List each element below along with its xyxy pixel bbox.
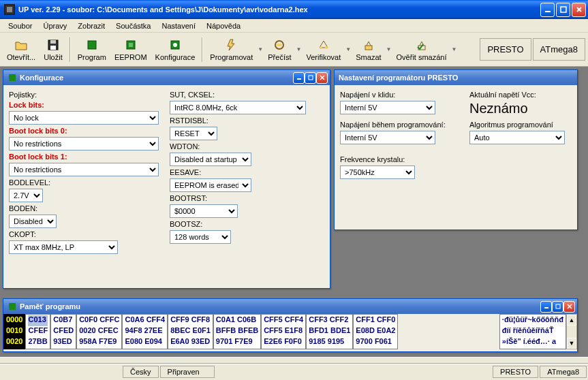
open-button[interactable]: Otevřít... — [3, 37, 40, 63]
memory-close[interactable] — [563, 301, 575, 313]
separator — [69, 37, 71, 62]
frekvence-select[interactable]: >750kHz — [340, 165, 415, 179]
program-mem-button[interactable]: Program — [74, 37, 110, 63]
save-button[interactable]: Uložit — [40, 37, 67, 63]
eesave-label: EESAVE: — [170, 168, 306, 176]
chip-icon — [7, 73, 17, 82]
smazat-dropdown[interactable]: ▼ — [386, 46, 392, 52]
bootsz-select[interactable]: 128 words — [170, 230, 231, 244]
chip-icon — [124, 38, 138, 52]
presto-window: Nastavení programátoru PRESTO Napájení v… — [334, 69, 578, 230]
eeprom-button[interactable]: EEPROM — [110, 37, 151, 63]
window-title: UP ver. 2.29 - soubor: C:\Documents and … — [18, 5, 540, 14]
status-bar: Česky Připraven PRESTO ATmega8 — [0, 364, 588, 379]
ckopt-select[interactable]: XT max 8MHz, LP — [9, 240, 118, 254]
alg-select[interactable]: Auto — [469, 131, 565, 144]
mem-col-0[interactable]: C013CFEF27BB — [25, 314, 50, 349]
menu-soucastka[interactable]: Součástka — [110, 20, 156, 31]
napajeni-prog-label: Napájení během programování: — [340, 121, 463, 129]
close-button[interactable] — [572, 3, 586, 17]
boden-select[interactable]: Disabled — [9, 215, 57, 228]
presto-title: Nastavení programátoru PRESTO — [339, 74, 575, 82]
programovat-button[interactable]: Programovat — [206, 37, 257, 63]
bodlevel-select[interactable]: 2.7V — [9, 189, 43, 202]
flash-icon — [225, 38, 238, 52]
ckopt-label: CKOPT: — [9, 230, 159, 238]
lockbits-select[interactable]: No lock — [9, 111, 159, 125]
minimize-button[interactable] — [540, 3, 555, 17]
menu-upravy[interactable]: Úpravy — [37, 20, 72, 31]
bootrst-select[interactable]: $0000 — [170, 204, 238, 218]
maximize-button[interactable] — [556, 3, 570, 17]
svg-point-15 — [320, 46, 322, 49]
mem-col-3[interactable]: C0A6 CFF494F8 27EEE080 E094 — [122, 314, 168, 349]
memory-table: 000000100020 C013CFEF27BB C0B7CFED93ED C… — [3, 314, 577, 349]
rstdisbl-label: RSTDISBL: — [170, 116, 306, 125]
chip-button[interactable]: ATmega8 — [533, 38, 585, 61]
programmer-button[interactable]: PRESTO — [480, 38, 531, 61]
svg-rect-21 — [309, 76, 313, 80]
eesave-select[interactable]: EEPROM is erased — [170, 178, 251, 192]
scroll-down-icon[interactable]: ▼ — [567, 338, 576, 349]
bootrst-label: BOOTRST: — [170, 194, 306, 202]
config-button[interactable]: Konfigurace — [151, 37, 200, 63]
napajeni-prog-select[interactable]: Interní 5V — [340, 131, 435, 144]
napajeni-klid-select[interactable]: Interní 5V — [340, 101, 435, 114]
sut-select[interactable]: IntRC 8.0MHz, 6ck — [170, 101, 306, 114]
config-minimize[interactable] — [293, 72, 305, 84]
mem-col-2[interactable]: C0F0 CFFC0020 CFEC958A F7E9 — [76, 314, 122, 349]
config-close[interactable] — [316, 72, 328, 84]
menu-soubor[interactable]: Soubor — [3, 20, 37, 31]
svg-rect-24 — [9, 303, 16, 310]
svg-rect-26 — [556, 304, 560, 308]
svg-rect-25 — [544, 307, 548, 308]
mem-col-1[interactable]: C0B7CFED93ED — [50, 314, 76, 349]
overit-dropdown[interactable]: ▼ — [451, 46, 458, 52]
mem-col-5[interactable]: C0A1 C06BBFFB BFEB9701 F7E9 — [213, 314, 261, 349]
memory-ascii: ·đü¦ůüř~kőőôňňđđíí říěňůěířňáŤ»íŠě" í.éé… — [499, 314, 566, 349]
bootlock1-label: Boot lock bits 1: — [9, 153, 159, 161]
overit-smazani-button[interactable]: Ověřit smazání — [392, 37, 451, 63]
smazat-button[interactable]: Smazat — [352, 37, 385, 63]
config-maximize[interactable] — [305, 72, 316, 84]
splitter[interactable] — [0, 357, 588, 364]
mem-col-4[interactable]: CFF9 CFF88BEC E0F1E6A0 93ED — [168, 314, 213, 349]
mem-col-8[interactable]: CFF1 CFF0E08D E0A29700 F061 — [353, 314, 398, 349]
scroll-up-icon[interactable]: ▲ — [567, 315, 576, 326]
memory-minimize[interactable] — [540, 301, 552, 313]
mdi-area: Konfigurace Pojistky: Lock bits: No lock… — [0, 67, 588, 357]
svg-rect-1 — [7, 7, 12, 12]
toolbar: Otevřít... Uložit Program EEPROM Konfigu… — [0, 33, 588, 67]
verify-erase-icon — [415, 38, 429, 52]
verifikovat-dropdown[interactable]: ▼ — [345, 46, 352, 52]
rstdisbl-select[interactable]: RESET — [170, 127, 217, 140]
menu-zobrazit[interactable]: Zobrazit — [72, 20, 110, 31]
memory-maximize[interactable] — [552, 301, 563, 313]
menu-napoveda[interactable]: Nápověda — [201, 20, 246, 31]
save-icon — [46, 38, 60, 52]
mem-col-7[interactable]: CFF3 CFF2BFD1 BDE19185 9195 — [306, 314, 353, 349]
chip-icon — [7, 302, 17, 311]
menu-bar: Soubor Úpravy Zobrazit Součástka Nastave… — [0, 19, 588, 33]
boden-label: BODEN: — [9, 204, 159, 212]
memory-window: Paměť programu 000000100020 C013CFEF27BB… — [3, 298, 578, 352]
verifikovat-button[interactable]: Verifikovat — [303, 37, 345, 63]
precist-dropdown[interactable]: ▼ — [296, 46, 303, 52]
svg-rect-9 — [88, 41, 96, 49]
wdton-select[interactable]: Disabled at startup — [170, 153, 251, 166]
bootlock1-select[interactable]: No restrictions — [9, 163, 159, 176]
status-ready: Připraven — [160, 366, 215, 378]
svg-point-13 — [173, 43, 177, 47]
precist-button[interactable]: Přečíst — [264, 37, 295, 63]
svg-rect-7 — [50, 40, 56, 44]
mem-col-6[interactable]: CFF5 CFF4CFF5 E1F8E2E6 F0F0 — [261, 314, 306, 349]
config-window: Konfigurace Pojistky: Lock bits: No lock… — [3, 69, 330, 289]
bootlock0-select[interactable]: No restrictions — [9, 137, 159, 151]
programovat-dropdown[interactable]: ▼ — [257, 46, 264, 52]
memory-scrollbar[interactable]: ▲ ▼ — [566, 314, 577, 349]
vcc-label: Aktuální napětí Vcc: — [469, 91, 572, 99]
lockbits-label: Lock bits: — [9, 101, 159, 109]
svg-rect-8 — [50, 46, 56, 50]
menu-nastaveni[interactable]: Nastavení — [156, 20, 201, 31]
status-programmer: PRESTO — [493, 366, 538, 378]
